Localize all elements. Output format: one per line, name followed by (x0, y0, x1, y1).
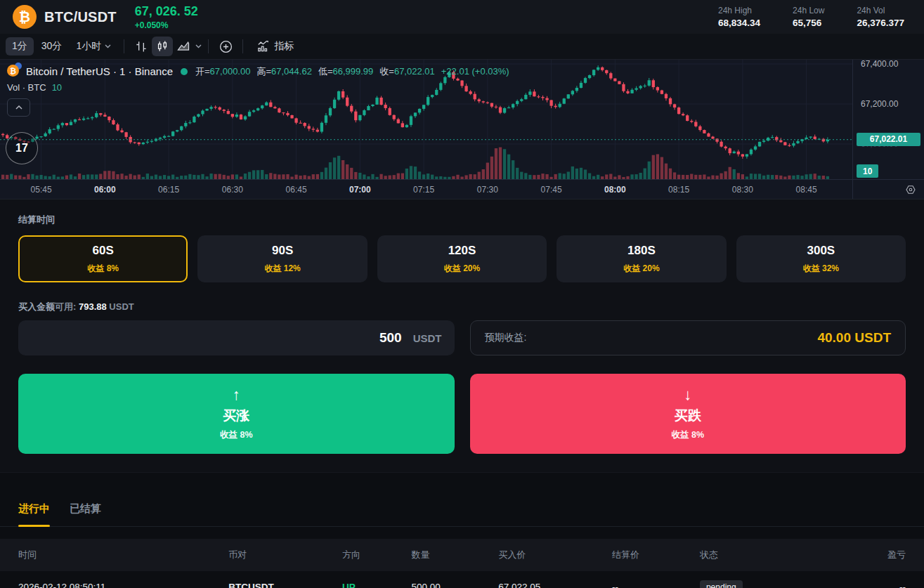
stat-value: 26,376.377 (857, 18, 904, 28)
candles-chart-type-button[interactable] (152, 37, 173, 56)
settle-option-90S[interactable]: 90S收益 12% (197, 235, 367, 282)
time-tick: 08:15 (668, 185, 689, 195)
order-settle-price: -- (612, 582, 700, 588)
order-time: 2026-02-12 08:50:11 (18, 582, 228, 588)
pair-title: BTC/USDT (44, 9, 117, 25)
stat-value: 65,756 (793, 18, 824, 28)
time-tick: 06:30 (222, 185, 243, 195)
legend-collapse-button[interactable] (7, 98, 30, 117)
amount-label: 买入金额 (18, 301, 55, 313)
chart-plot-area[interactable]: ₿ Bitcoin / TetherUS · 1 · Binance 开=67,… (0, 60, 852, 179)
settle-option-60S[interactable]: 60S收益 8% (18, 235, 188, 282)
time-tick: 07:15 (413, 185, 434, 195)
time-tick: 08:00 (604, 185, 626, 195)
settle-profit: 收益 12% (264, 263, 300, 275)
settle-time-label: 结算时间 (18, 214, 906, 226)
settle-duration: 180S (627, 244, 656, 258)
price-axis[interactable]: 67,400.0067,200.0067,000.0067,022.0110 (852, 60, 924, 179)
settle-duration: 300S (807, 244, 835, 258)
amount-unit: USDT (413, 332, 442, 344)
column-header: 结算价 (612, 549, 700, 561)
indicators-label: 指标 (274, 40, 294, 53)
ohlc-change: +22.01 (+0.03%) (441, 66, 509, 77)
settle-duration: 120S (448, 244, 476, 258)
column-header: 方向 (342, 549, 412, 561)
settle-duration: 60S (93, 244, 114, 258)
settle-option-180S[interactable]: 180S收益 20% (557, 235, 726, 282)
buy-down-button[interactable]: ↓ 买跌 收益 8% (470, 374, 906, 454)
axis-settings-gear-icon[interactable] (904, 183, 917, 196)
chart-symbol-title[interactable]: Bitcoin / TetherUS · 1 · Binance (26, 65, 173, 77)
column-header: 买入价 (498, 549, 612, 561)
interval-button-30分[interactable]: 30分 (35, 37, 69, 55)
settle-profit: 收益 32% (803, 263, 839, 275)
chart-toolbar: 1分30分1小时 指标 (0, 34, 924, 60)
column-header: 状态 (700, 549, 824, 561)
price-tick: 67,200.00 (861, 99, 898, 109)
time-tick: 07:30 (477, 185, 498, 195)
volume-axis-badge: 10 (857, 164, 878, 178)
time-tick: 06:00 (94, 185, 116, 195)
toolbar-divider (124, 39, 124, 53)
ohlc-values: 开=67,000.00 高=67,044.62 低=66,999.99 收=67… (195, 65, 509, 78)
down-arrow-icon: ↓ (684, 387, 691, 403)
settle-option-300S[interactable]: 300S收益 32% (736, 235, 906, 282)
settle-duration: 90S (272, 244, 293, 258)
orders-tab-进行中[interactable]: 进行中 (18, 502, 50, 526)
time-tick: 07:00 (349, 185, 371, 195)
settle-option-120S[interactable]: 120S收益 20% (377, 235, 547, 282)
compare-add-button[interactable] (215, 37, 236, 56)
order-buy-price: 67,022.05 (498, 582, 612, 588)
btc-coin-icon: ₿ (7, 65, 20, 78)
order-pnl: -- (823, 582, 905, 588)
header-stat: 24h Low65,756 (793, 6, 824, 28)
interval-button-1分[interactable]: 1分 (6, 37, 34, 55)
header-stat: 24h Vol26,376.377 (857, 6, 904, 28)
time-tick: 08:45 (796, 185, 817, 195)
toolbar-divider (208, 39, 209, 53)
btc-logo-icon: ₿ (13, 5, 37, 29)
market-status-dot-icon (181, 68, 188, 75)
current-price-badge: 67,022.01 (857, 133, 920, 146)
chart-type-dropdown-chevron-icon[interactable] (195, 44, 202, 48)
settle-profit: 收益 20% (623, 263, 659, 275)
interval-button-1小时[interactable]: 1小时 (70, 37, 117, 55)
indicators-icon (256, 39, 271, 53)
interval-dropdown-chevron-icon (105, 44, 111, 48)
amount-input-box: USDT (18, 320, 455, 355)
trade-panel: 结算时间 60S收益 8%90S收益 12%120S收益 20%180S收益 2… (0, 200, 924, 472)
header-stats: 24h High68,834.3424h Low65,75624h Vol26,… (718, 6, 904, 28)
column-header: 时间 (18, 549, 228, 561)
stat-value: 68,834.34 (718, 18, 760, 28)
amount-input[interactable] (31, 330, 402, 346)
chart-legend: ₿ Bitcoin / TetherUS · 1 · Binance 开=67,… (7, 65, 509, 93)
order-row: 2026-02-12 08:50:11BTCUSDTUP500.0067,022… (0, 571, 924, 588)
stat-label: 24h Vol (857, 6, 904, 15)
area-chart-type-button[interactable] (173, 37, 194, 56)
column-header: 数量 (411, 549, 498, 561)
time-axis[interactable]: 05:4506:0006:1506:3006:4507:0007:1507:30… (0, 179, 852, 199)
expected-profit-box: 预期收益: 40.00 USDT (470, 320, 906, 355)
time-tick: 06:45 (286, 185, 307, 195)
orders-table: 时间币对方向数量买入价结算价状态盈亏 2026-02-12 08:50:11BT… (0, 539, 924, 588)
axis-settings-corner (852, 179, 924, 199)
buy-up-button[interactable]: ↑ 买涨 收益 8% (18, 374, 455, 454)
order-status-badge: pending (700, 580, 743, 588)
time-tick: 08:30 (732, 185, 753, 195)
price-block: 67, 026. 52 +0.050% (135, 4, 198, 30)
column-header: 盈亏 (823, 549, 905, 561)
time-tick: 07:45 (541, 185, 562, 195)
price-change: +0.050% (135, 20, 198, 30)
header-stat: 24h High68,834.34 (718, 6, 760, 28)
stat-label: 24h Low (793, 6, 824, 15)
orders-section: 进行中已结算 时间币对方向数量买入价结算价状态盈亏 2026-02-12 08:… (0, 472, 924, 588)
expected-profit-value: 40.00 USDT (817, 330, 891, 346)
order-qty: 500.00 (411, 582, 498, 588)
bars-chart-type-button[interactable] (131, 37, 152, 56)
orders-tab-已结算[interactable]: 已结算 (70, 502, 101, 526)
order-pair: BTCUSDT (228, 582, 342, 588)
volume-legend: Vol · BTC 10 (7, 82, 509, 93)
stat-label: 24h High (718, 6, 760, 15)
indicators-button[interactable]: 指标 (249, 37, 300, 56)
price-tick: 67,400.00 (861, 59, 898, 69)
